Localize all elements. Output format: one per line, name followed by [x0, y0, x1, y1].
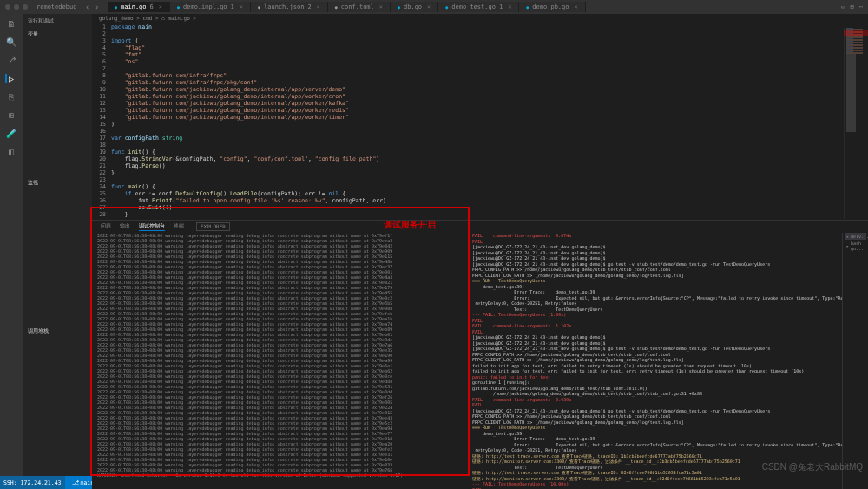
tab-demo_test-go[interactable]: ●demo_test.go1×: [438, 2, 519, 12]
git-icon[interactable]: ⎇: [6, 56, 16, 65]
code-line[interactable]: 7: [92, 65, 868, 72]
file-icon: ●: [258, 4, 260, 10]
code-line[interactable]: 17var configPath string: [92, 135, 868, 142]
code-line[interactable]: 16: [92, 128, 868, 135]
titlebar-right-icons[interactable]: ▭ ⊞ ⋯: [841, 3, 863, 10]
close-icon[interactable]: ×: [427, 3, 431, 10]
layout-icon: ▭: [841, 3, 845, 10]
branch-icon: ⎇: [72, 479, 79, 486]
code-line[interactable]: 23: [92, 176, 868, 183]
code-line[interactable]: 11 "gitlab.futunn.com/jackiewu/golang_de…: [92, 93, 868, 100]
code-line[interactable]: 2: [92, 30, 868, 37]
sidebar: 运行和调试 变量 监视 调用堆栈: [23, 14, 92, 476]
launch-select[interactable]: EXPLORER: [196, 222, 230, 231]
tab-terminal[interactable]: 终端: [174, 222, 184, 231]
tab-conf-toml[interactable]: ●conf.toml×: [328, 2, 391, 12]
sidebar-title: 运行和调试: [23, 14, 92, 29]
close-icon[interactable]: ×: [508, 3, 511, 10]
docker-icon[interactable]: ◧: [9, 147, 14, 156]
code-line[interactable]: 20 flag.StringVar(&configPath, "config",…: [92, 155, 868, 162]
code-line[interactable]: 18: [92, 142, 868, 149]
test-icon[interactable]: 🧪: [6, 129, 16, 138]
extensions-icon[interactable]: ⊞: [9, 110, 14, 120]
code-line[interactable]: 10 "gitlab.futunn.com/jackiewu/golang_de…: [92, 86, 868, 93]
terminal-list: ▸delv...▸bash go...: [842, 221, 868, 489]
code-line[interactable]: 21 flag.Parse(): [92, 162, 868, 169]
terminal-icon: ▸: [846, 234, 849, 239]
tab-problems[interactable]: 问题: [101, 222, 111, 231]
code-line[interactable]: 1package main: [92, 23, 868, 30]
window-controls[interactable]: [5, 4, 28, 10]
code-line[interactable]: 13 "gitlab.futunn.com/jackiewu/golang_de…: [92, 107, 868, 114]
tab-demo-impl-go[interactable]: ●demo.impl.go1×: [170, 2, 251, 12]
tab-launch-json[interactable]: ●launch.json2×: [251, 2, 328, 12]
titlebar: remotedebug ‹ › ●main.go6×●demo.impl.go1…: [0, 0, 868, 14]
code-line[interactable]: 26 fmt.Printf("failed to open config fil…: [92, 197, 868, 204]
panel-tabs: 问题 输出 调试控制台 终端 EXPLORER: [92, 221, 868, 233]
terminal-item[interactable]: ▸delv...: [845, 233, 866, 240]
code-line[interactable]: 4 "flag": [92, 44, 868, 51]
back-icon: ‹: [85, 3, 89, 11]
file-icon: ●: [526, 4, 529, 10]
annotation-label: 调试服务开启: [384, 219, 436, 231]
code-line[interactable]: 3import (: [92, 37, 868, 44]
remote-indicator[interactable]: SSH: 172.24.21.43: [0, 476, 65, 489]
tab-debug-console[interactable]: 调试控制台: [139, 222, 165, 231]
file-icon: ●: [335, 4, 338, 10]
code-line[interactable]: 25 if err := conf.DefaultConfig().LoadFi…: [92, 190, 868, 197]
close-icon[interactable]: ×: [159, 3, 162, 10]
terminal-item[interactable]: ▸bash go...: [845, 240, 866, 252]
tab-demo-pb-go[interactable]: ●demo.pb.go×: [519, 2, 585, 12]
code-line[interactable]: 9 "gitlab.futunn.com/infra/frpc/pkg/conf…: [92, 79, 868, 86]
nav-arrows[interactable]: ‹ ›: [85, 3, 99, 11]
terminal-line: failed to init app for test, err: failed…: [472, 368, 837, 374]
code-line[interactable]: 19func init() {: [92, 149, 868, 155]
project-name: remotedebug: [36, 3, 76, 10]
editor-tabs: ●main.go6×●demo.impl.go1×●launch.json2×●…: [108, 2, 586, 12]
files-icon[interactable]: 🗎: [7, 19, 16, 29]
code-line[interactable]: 5 "fmt": [92, 51, 868, 58]
watch-section[interactable]: 监视: [23, 177, 92, 188]
code-line[interactable]: 28 }: [92, 211, 868, 218]
file-icon: ●: [177, 4, 180, 10]
callstack-section[interactable]: 调用堆栈: [23, 326, 92, 337]
terminal[interactable]: FAIL command-line-arguments 0.074sFAIL[j…: [467, 221, 842, 489]
code-line[interactable]: 6 "os": [92, 58, 868, 65]
terminal-icon: ▸: [846, 243, 849, 248]
close-icon[interactable]: ×: [575, 3, 578, 10]
tab-db-go[interactable]: ●db.go×: [391, 2, 438, 12]
minimap[interactable]: [844, 28, 868, 219]
forward-icon: ›: [95, 3, 99, 11]
code-line[interactable]: 14 "gitlab.futunn.com/jackiewu/golang_de…: [92, 114, 868, 121]
minimap-error-marker: [844, 30, 868, 36]
activity-bar: 🗎 🔍 ⎇ ▷ ⎘ ⊞ 🧪 ◧: [0, 14, 23, 476]
code-line[interactable]: 15): [92, 121, 868, 128]
run-debug-icon[interactable]: ▷: [5, 74, 14, 83]
code-line[interactable]: 22}: [92, 169, 868, 176]
tab-main-go[interactable]: ●main.go6×: [108, 2, 170, 12]
editor-area: golang_demo > cmd > ⌂ main.go > 1package…: [92, 14, 868, 476]
code-editor[interactable]: 1package main23import (4 "flag"5 "fmt"6 …: [92, 22, 868, 220]
file-icon: ●: [115, 4, 117, 10]
remote-icon[interactable]: ⎘: [9, 92, 14, 102]
close-icon[interactable]: ×: [379, 3, 383, 10]
code-line[interactable]: 27 os.Exit(1): [92, 204, 868, 211]
code-line[interactable]: 12 "gitlab.futunn.com/jackiewu/golang_de…: [92, 100, 868, 107]
split-icon: ⊞: [851, 3, 854, 10]
more-icon: ⋯: [859, 3, 863, 10]
close-icon[interactable]: ×: [317, 3, 320, 10]
close-icon[interactable]: ×: [240, 3, 243, 10]
breadcrumb[interactable]: golang_demo > cmd > ⌂ main.go >: [92, 14, 868, 22]
tab-output[interactable]: 输出: [120, 222, 130, 231]
file-icon: ●: [398, 4, 400, 10]
code-line[interactable]: 8 "gitlab.futunn.com/infra/frpc": [92, 72, 868, 79]
debug-console[interactable]: 2022-09-01T08:56:38+08:00 warning layer=…: [92, 221, 467, 489]
search-icon[interactable]: 🔍: [6, 37, 16, 47]
watermark: CSDN @兔老大RabbitMQ: [762, 461, 863, 473]
code-line[interactable]: 24func main() {: [92, 183, 868, 190]
file-icon: ●: [445, 4, 448, 10]
variables-section[interactable]: 变量: [23, 29, 92, 40]
bottom-panel: 问题 输出 调试控制台 终端 EXPLORER 2022-09-01T08:56…: [92, 220, 868, 489]
